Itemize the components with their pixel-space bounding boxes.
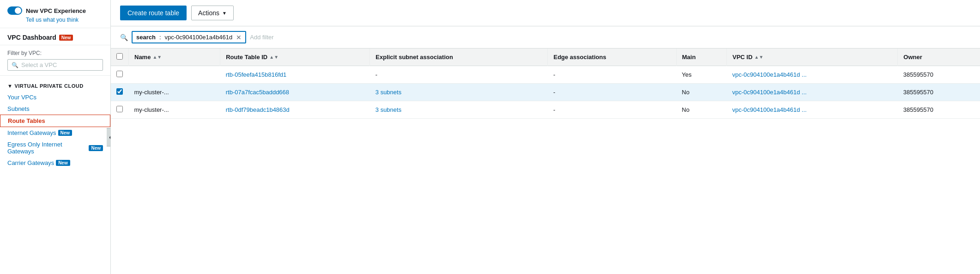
sidebar-item-subnets[interactable]: Subnets	[0, 103, 110, 115]
filter-by-vpc-label: Filter by VPC:	[7, 50, 103, 56]
vpc-dashboard-title[interactable]: VPC Dashboard New	[7, 34, 103, 41]
sidebar-item-your-vpcs[interactable]: Your VPCs	[0, 91, 110, 103]
new-vpc-experience-toggle[interactable]	[7, 6, 22, 15]
th-owner: Owner	[898, 49, 980, 66]
toolbar: Create route table Actions ▼	[111, 0, 980, 26]
sidebar-collapse-handle[interactable]: ❮	[107, 128, 111, 146]
filter-tag-value: vpc-0c904100e1a4b461d	[165, 34, 233, 41]
create-route-table-button[interactable]: Create route table	[120, 6, 187, 20]
filter-bar: 🔍 search : vpc-0c904100e1a4b461d ✕ Add f…	[111, 26, 980, 49]
row-explicit-subnet: -	[370, 66, 548, 84]
vpc-id-link[interactable]: vpc-0c904100e1a4b461d ...	[732, 106, 806, 113]
main-content: Create route table Actions ▼ 🔍 search : …	[111, 0, 980, 274]
table-row[interactable]: rtb-05feefa415b816fd1 - - Yes vpc-0c9041…	[111, 66, 980, 84]
collapse-arrow-icon: ❮	[109, 134, 111, 140]
th-route-table-id[interactable]: Route Table ID ▲▼	[220, 49, 370, 66]
row-name	[129, 66, 220, 84]
vpc-id-link[interactable]: vpc-0c904100e1a4b461d ...	[732, 71, 806, 78]
th-name[interactable]: Name ▲▼	[129, 49, 220, 66]
row-name: my-cluster-...	[129, 84, 220, 101]
row-explicit-subnet[interactable]: 3 subnets	[370, 101, 548, 119]
filter-search-icon: 🔍	[120, 34, 128, 41]
vpc-select[interactable]: 🔍 Select a VPC	[7, 59, 103, 71]
row-vpc-id[interactable]: vpc-0c904100e1a4b461d ...	[726, 66, 897, 84]
row-checkbox-cell[interactable]	[111, 84, 129, 101]
sidebar-item-route-tables[interactable]: Route Tables	[0, 115, 110, 127]
filter-tag-close-icon[interactable]: ✕	[236, 34, 242, 41]
sidebar-item-internet-gateways[interactable]: Internet Gateways New	[0, 127, 110, 139]
filter-tag: search : vpc-0c904100e1a4b461d ✕	[132, 31, 246, 43]
row-checkbox[interactable]	[116, 106, 123, 112]
row-route-table-id[interactable]: rtb-07a7fcac5baddd668	[220, 84, 370, 101]
carrier-new-badge: New	[56, 160, 70, 166]
th-vpc-id[interactable]: VPC ID ▲▼	[726, 49, 897, 66]
route-tables-table-container: Name ▲▼ Route Table ID ▲▼ Explicit subne…	[111, 49, 980, 274]
row-main: Yes	[676, 66, 726, 84]
row-route-table-id[interactable]: rtb-0df79beadc1b4863d	[220, 101, 370, 119]
route-tables-table: Name ▲▼ Route Table ID ▲▼ Explicit subne…	[111, 49, 980, 119]
filter-tag-label: search	[136, 34, 156, 41]
route-table-id-link[interactable]: rtb-05feefa415b816fd1	[226, 71, 287, 78]
vpc-experience-toggle[interactable]: New VPC Experience	[7, 6, 103, 15]
row-checkbox[interactable]	[116, 88, 123, 95]
vpc-dashboard-section: VPC Dashboard New	[0, 28, 110, 45]
vpc-tell-link[interactable]: Tell us what you think	[26, 17, 103, 23]
row-checkbox-cell[interactable]	[111, 66, 129, 84]
virtual-private-cloud-section: ▼ VIRTUAL PRIVATE CLOUD Your VPCs Subnet…	[0, 76, 110, 173]
row-owner: 385595570	[898, 84, 980, 101]
section-triangle-icon: ▼	[7, 83, 12, 89]
internet-gateways-new-badge: New	[58, 130, 73, 136]
sidebar: New VPC Experience Tell us what you thin…	[0, 0, 111, 274]
route-table-id-link[interactable]: rtb-0df79beadc1b4863d	[226, 106, 290, 113]
add-filter-button[interactable]: Add filter	[250, 34, 273, 41]
row-main: No	[676, 84, 726, 101]
select-all-checkbox[interactable]	[116, 53, 123, 60]
row-route-table-id[interactable]: rtb-05feefa415b816fd1	[220, 66, 370, 84]
actions-dropdown-icon: ▼	[222, 11, 227, 16]
filter-by-vpc-section: Filter by VPC: 🔍 Select a VPC	[0, 45, 110, 76]
sort-id-icon: ▲▼	[269, 55, 278, 60]
row-vpc-id[interactable]: vpc-0c904100e1a4b461d ...	[726, 84, 897, 101]
th-edge-associations: Edge associations	[548, 49, 676, 66]
table-row[interactable]: my-cluster-... rtb-07a7fcac5baddd668 3 s…	[111, 84, 980, 101]
row-owner: 385595570	[898, 101, 980, 119]
actions-button[interactable]: Actions ▼	[191, 6, 234, 20]
table-header-row: Name ▲▼ Route Table ID ▲▼ Explicit subne…	[111, 49, 980, 66]
vpc-id-link[interactable]: vpc-0c904100e1a4b461d ...	[732, 89, 806, 96]
sidebar-header: New VPC Experience Tell us what you thin…	[0, 0, 110, 28]
row-checkbox-cell[interactable]	[111, 101, 129, 119]
row-explicit-subnet[interactable]: 3 subnets	[370, 84, 548, 101]
row-edge-associations: -	[548, 84, 676, 101]
sidebar-item-egress-only[interactable]: Egress Only Internet Gateways New	[0, 139, 110, 157]
egress-new-badge: New	[89, 145, 103, 151]
row-edge-associations: -	[548, 101, 676, 119]
vpc-dashboard-new-badge: New	[59, 35, 73, 41]
th-main: Main	[676, 49, 726, 66]
subnet-link[interactable]: 3 subnets	[375, 89, 401, 96]
sort-name-icon: ▲▼	[152, 55, 162, 60]
row-name: my-cluster-...	[129, 101, 220, 119]
sort-vpc-icon: ▲▼	[754, 55, 763, 60]
sidebar-item-carrier-gateways[interactable]: Carrier Gateways New	[0, 157, 110, 169]
row-vpc-id[interactable]: vpc-0c904100e1a4b461d ...	[726, 101, 897, 119]
table-row[interactable]: my-cluster-... rtb-0df79beadc1b4863d 3 s…	[111, 101, 980, 119]
filter-tag-colon: :	[159, 34, 161, 41]
section-title: ▼ VIRTUAL PRIVATE CLOUD	[0, 80, 110, 91]
row-edge-associations: -	[548, 66, 676, 84]
row-owner: 385595570	[898, 66, 980, 84]
th-explicit-subnet: Explicit subnet association	[370, 49, 548, 66]
select-all-header[interactable]	[111, 49, 129, 66]
route-table-id-link[interactable]: rtb-07a7fcac5baddd668	[226, 89, 289, 96]
row-main: No	[676, 101, 726, 119]
vpc-experience-label: New VPC Experience	[26, 7, 86, 14]
vpc-select-search-icon: 🔍	[12, 62, 18, 68]
subnet-link[interactable]: 3 subnets	[375, 106, 401, 113]
vpc-select-placeholder: Select a VPC	[21, 61, 57, 68]
row-checkbox[interactable]	[116, 71, 123, 77]
